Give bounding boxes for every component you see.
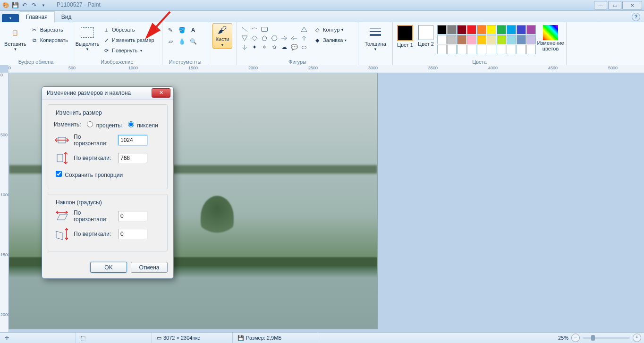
palette-swatch[interactable] <box>457 35 466 44</box>
palette-swatch[interactable] <box>517 45 526 54</box>
palette-swatch[interactable] <box>487 25 496 34</box>
palette-swatch[interactable] <box>497 45 506 54</box>
palette-swatch[interactable] <box>526 25 536 34</box>
dialog-close-button[interactable]: ✕ <box>152 88 170 98</box>
undo-icon[interactable]: ↶ <box>21 1 28 9</box>
palette-swatch[interactable] <box>437 45 447 54</box>
selection-icon: ⬚ <box>81 335 85 341</box>
dialog-title: Изменение размеров и наклона <box>47 90 131 96</box>
palette-swatch[interactable] <box>497 25 506 34</box>
resize-button[interactable]: ⤢Изменить размер <box>102 35 155 45</box>
shape-outline-button[interactable]: ◇Контур▾ <box>313 25 347 34</box>
palette-swatch[interactable] <box>497 35 506 44</box>
copy-button[interactable]: ⧉Копировать <box>30 35 69 45</box>
skew-v-label: По вертикали: <box>74 231 114 237</box>
palette-swatch[interactable] <box>507 45 516 54</box>
pixels-radio[interactable]: пиксели <box>126 120 158 129</box>
palette-swatch[interactable] <box>467 35 476 44</box>
rotate-button[interactable]: ⟳Повернуть▾ <box>102 46 155 55</box>
palette-swatch[interactable] <box>447 25 457 34</box>
edit-colors-button[interactable]: Изменение цветов <box>538 23 563 51</box>
skew-v-input[interactable] <box>118 229 147 239</box>
rotate-icon: ⟳ <box>102 47 110 54</box>
qat-dropdown-icon[interactable]: ▼ <box>40 1 47 9</box>
color-palette[interactable] <box>437 25 536 54</box>
text-tool[interactable]: A <box>188 25 198 35</box>
vertical-input[interactable] <box>118 153 147 163</box>
tab-home[interactable]: Главная <box>19 11 55 22</box>
zoom-slider[interactable] <box>583 337 630 339</box>
pencil-tool[interactable]: ✎ <box>165 25 176 35</box>
palette-swatch[interactable] <box>447 45 457 54</box>
zoom-in-button[interactable]: + <box>633 334 641 342</box>
vertical-resize-icon <box>54 151 70 165</box>
cursor-pos-icon: ✛ <box>5 335 9 341</box>
palette-swatch[interactable] <box>526 45 536 54</box>
palette-swatch[interactable] <box>517 25 526 34</box>
svg-marker-3 <box>262 36 267 41</box>
size-button[interactable]: Толщина▼ <box>364 23 387 52</box>
skew-h-input[interactable] <box>118 211 147 221</box>
cancel-button[interactable]: Отмена <box>131 262 168 273</box>
palette-swatch[interactable] <box>477 45 486 54</box>
shape-fill-button[interactable]: ◆Заливка▾ <box>313 35 347 45</box>
paste-button[interactable]: 📋 Вставить ▼ <box>3 23 28 52</box>
select-button[interactable]: Выделить ▼ <box>75 23 100 52</box>
tab-view[interactable]: Вид <box>55 12 78 22</box>
redo-icon[interactable]: ↷ <box>30 1 38 9</box>
skew-vertical-icon <box>54 227 70 241</box>
aspect-checkbox[interactable]: Сохранить пропорции <box>54 169 123 178</box>
ruler-vertical: 0500100015002000 <box>0 73 9 333</box>
resize-skew-dialog: Изменение размеров и наклона ✕ Изменить … <box>42 86 174 279</box>
palette-swatch[interactable] <box>467 45 476 54</box>
brushes-button[interactable]: 🖌 Кисти ▼ <box>212 23 232 49</box>
save-icon[interactable]: 💾 <box>11 1 19 9</box>
resize-icon: ⤢ <box>102 36 110 44</box>
palette-swatch[interactable] <box>487 45 496 54</box>
horizontal-resize-icon <box>54 134 70 147</box>
paint-app-icon: 🎨 <box>2 1 9 9</box>
color1-button[interactable]: Цвет 1 <box>396 23 415 48</box>
zoom-value: 25% <box>558 335 568 341</box>
rainbow-icon <box>543 25 558 40</box>
color2-button[interactable]: Цвет 2 <box>416 23 435 47</box>
zoom-out-button[interactable]: − <box>571 334 580 342</box>
svg-marker-4 <box>271 36 277 41</box>
palette-swatch[interactable] <box>487 35 496 44</box>
file-menu[interactable] <box>2 14 19 22</box>
brush-icon: 🖌 <box>218 25 227 35</box>
shapes-gallery[interactable]: ✦✧✩ ☁💬⬭ <box>240 23 309 51</box>
palette-swatch[interactable] <box>517 35 526 44</box>
svg-marker-2 <box>252 36 257 41</box>
percent-radio[interactable]: проценты <box>85 120 121 129</box>
palette-swatch[interactable] <box>437 35 447 44</box>
clipboard-icon: 📋 <box>8 25 23 40</box>
palette-swatch[interactable] <box>526 35 536 44</box>
zoom-tool[interactable]: 🔍 <box>188 36 198 47</box>
eraser-tool[interactable]: ▱ <box>165 36 176 47</box>
palette-swatch[interactable] <box>437 25 447 34</box>
help-icon[interactable]: ? <box>632 13 640 21</box>
picker-tool[interactable]: 💧 <box>177 36 187 47</box>
minimize-button[interactable]: — <box>594 1 607 9</box>
close-button[interactable]: ✕ <box>622 1 642 9</box>
group-shapes-label: Фигуры <box>240 59 355 66</box>
color1-swatch <box>397 25 413 41</box>
resize-legend: Изменить размер <box>54 109 104 116</box>
palette-swatch[interactable] <box>507 25 516 34</box>
fill-tool[interactable]: 🪣 <box>177 25 187 35</box>
palette-swatch[interactable] <box>507 35 516 44</box>
palette-swatch[interactable] <box>477 35 486 44</box>
group-colors-label: Цвета <box>396 59 563 66</box>
palette-swatch[interactable] <box>457 45 466 54</box>
ok-button[interactable]: OK <box>90 262 127 273</box>
cut-button[interactable]: ✂Вырезать <box>30 25 69 34</box>
horizontal-input[interactable] <box>118 135 147 145</box>
palette-swatch[interactable] <box>447 35 457 44</box>
maximize-button[interactable]: ▭ <box>608 1 621 9</box>
palette-swatch[interactable] <box>477 25 486 34</box>
crop-button[interactable]: ⟂Обрезать <box>102 25 155 34</box>
palette-swatch[interactable] <box>457 25 466 34</box>
palette-swatch[interactable] <box>467 25 476 34</box>
svg-rect-9 <box>57 154 63 162</box>
